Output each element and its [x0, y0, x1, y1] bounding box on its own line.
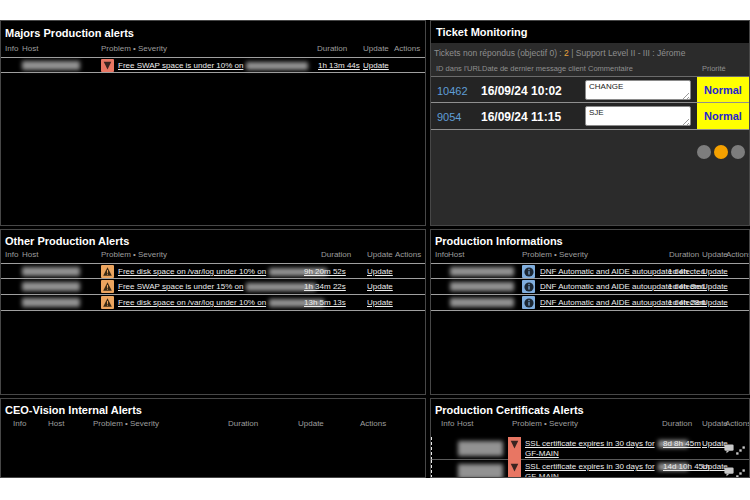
- action-steps-icon[interactable]: [736, 441, 745, 459]
- col-problem: Problem • Severity: [93, 419, 159, 428]
- panel-title: CEO-Vision Internal Alerts: [1, 399, 425, 416]
- subtitle-suffix: | Support Level II - III : Jérome: [569, 48, 686, 58]
- panel-other-production-alerts: Other Production Alerts Info Host Proble…: [0, 229, 426, 395]
- col-comment: Commentaire: [588, 64, 633, 73]
- alert-row: Free disk space on /var/log under 10% on…: [1, 263, 425, 279]
- panel-title: Other Production Alerts: [1, 230, 425, 247]
- comment-textarea[interactable]: CHANGE: [585, 80, 691, 100]
- panel-title: Production Informations: [431, 230, 749, 247]
- pager-dot-active[interactable]: [714, 145, 728, 159]
- panel-title: Majors Production alerts: [1, 21, 425, 39]
- problem-link[interactable]: Free disk space on /var/log under 10% on: [118, 298, 324, 307]
- panel-title: Ticket Monitoring: [431, 21, 749, 38]
- warning-icon: [101, 280, 114, 293]
- redacted-host: [450, 298, 514, 307]
- panel-production-informations: Production Informations Info Host Proble…: [430, 229, 750, 395]
- alert-row: Free disk space on /var/log under 10% on…: [1, 295, 425, 311]
- problem-link-line2[interactable]: GF-MAIN: [525, 449, 559, 458]
- info-icon: [522, 280, 535, 293]
- ticket-row: 9054 16/09/24 11:15 SJE Normal: [431, 103, 749, 130]
- message-icon[interactable]: [724, 440, 734, 458]
- col-update: Update: [702, 250, 728, 259]
- problem-text: Free disk space on /var/log under 10% on: [118, 298, 266, 307]
- update-link[interactable]: Update: [367, 282, 393, 291]
- duration-link[interactable]: 8d 8h 45m: [663, 439, 701, 448]
- ticket-id-link[interactable]: 10462: [437, 85, 468, 97]
- col-problem: Problem • Severity: [101, 250, 167, 259]
- update-link[interactable]: Update: [367, 267, 393, 276]
- ticket-title-band: Ticket Monitoring: [431, 21, 749, 43]
- alert-row: Free SWAP space is under 15% on 1h 34m 2…: [1, 279, 425, 295]
- update-link[interactable]: Update: [702, 267, 728, 276]
- col-host: Host: [48, 419, 64, 428]
- update-link[interactable]: Update: [702, 298, 728, 307]
- ticket-id-link[interactable]: 9054: [437, 111, 461, 123]
- col-actions: Actions: [725, 419, 750, 428]
- ticket-date: 16/09/24 10:02: [481, 84, 562, 98]
- message-icon[interactable]: [724, 463, 734, 478]
- col-info: Info: [13, 419, 26, 428]
- alert-row: SSL certificate expires in 30 days for G…: [431, 437, 749, 460]
- duration-link[interactable]: 1d 4h 8m: [668, 282, 701, 291]
- ticket-subtitle: Tickets non répondus (objectif 0) : 2 | …: [431, 43, 749, 60]
- duration-link[interactable]: 1d 4h: [668, 267, 688, 276]
- redacted-host: [22, 61, 80, 70]
- dashboard-grid: Majors Production alerts Info Host Probl…: [0, 20, 750, 478]
- col-problem: Problem • Severity: [101, 44, 167, 53]
- panel-ticket-monitoring: Ticket Monitoring Tickets non répondus (…: [430, 20, 750, 226]
- redacted-host: [22, 282, 80, 291]
- redacted-host: [450, 282, 514, 291]
- duration-link[interactable]: 13h 5m 13s: [304, 298, 346, 307]
- table-header: Info Host Problem • Severity Duration Up…: [1, 418, 425, 432]
- redacted-host: [458, 441, 503, 456]
- col-duration: Duration: [662, 419, 692, 428]
- pager-dot[interactable]: [697, 145, 711, 159]
- update-link[interactable]: Update: [367, 298, 393, 307]
- problem-link-line2[interactable]: GF-MAIN: [525, 472, 559, 478]
- panel-production-certificats-alerts: Production Certificats Alerts Info Host …: [430, 398, 750, 478]
- col-problem: Problem • Severity: [512, 419, 578, 428]
- col-duration: Duration: [669, 250, 699, 259]
- problem-link[interactable]: Free SWAP space is under 15% on: [118, 282, 316, 291]
- comment-textarea[interactable]: SJE: [585, 106, 691, 126]
- problem-text: Free SWAP space is under 15% on: [118, 282, 243, 291]
- alert-row: DNF Automatic and AIDE autoupdate detect…: [431, 263, 749, 279]
- problem-text: Free SWAP space is under 10% on: [118, 61, 243, 70]
- problem-link[interactable]: Free SWAP space is under 10% on: [118, 61, 308, 70]
- alert-row: DNF Automatic and AIDE autoupdate detect…: [431, 295, 749, 311]
- pager-dot[interactable]: [731, 145, 745, 159]
- duration-link[interactable]: 9h 20m 52s: [304, 267, 346, 276]
- col-priority: Priorité: [702, 64, 726, 73]
- table-header: Info Host Problem • Severity Duration Up…: [1, 249, 425, 263]
- col-update: Update: [367, 250, 393, 259]
- panel-majors-production-alerts: Majors Production alerts Info Host Probl…: [0, 20, 426, 226]
- subtitle-prefix: Tickets non répondus (objectif 0) :: [434, 48, 564, 58]
- cert-rows: SSL certificate expires in 30 days for G…: [431, 437, 749, 478]
- col-ticket-id: ID dans l'URL: [436, 64, 482, 73]
- update-link[interactable]: Update: [702, 282, 728, 291]
- duration-link[interactable]: 1h 13m 44s: [318, 61, 360, 70]
- info-icon: [522, 265, 535, 278]
- redacted-host: [246, 62, 308, 70]
- table-header: Info Host Problem • Severity Duration Up…: [431, 418, 749, 432]
- pager-dots: [697, 145, 745, 159]
- panel-title: Production Certificats Alerts: [431, 399, 749, 416]
- col-actions: Actions: [360, 419, 386, 428]
- problem-link[interactable]: Free disk space on /var/log under 10% on: [118, 267, 327, 276]
- duration-link[interactable]: 1d 4h 28m: [668, 298, 706, 307]
- redacted-host: [458, 464, 503, 478]
- col-host: Host: [457, 419, 473, 428]
- redacted-host: [450, 267, 514, 276]
- col-host: Host: [22, 44, 38, 53]
- col-problem: Problem • Severity: [522, 250, 588, 259]
- update-link[interactable]: Update: [363, 61, 389, 70]
- col-duration: Duration: [321, 250, 351, 259]
- duration-link[interactable]: 1h 34m 22s: [304, 282, 346, 291]
- table-header: Info Host Problem • Severity Duration Up…: [431, 249, 749, 263]
- col-duration: Duration: [228, 419, 258, 428]
- ticket-row: 10462 16/09/24 10:02 CHANGE Normal: [431, 76, 749, 103]
- action-steps-icon[interactable]: [736, 464, 745, 478]
- col-duration: Duration: [317, 44, 347, 53]
- priority-cell: Normal: [697, 77, 749, 102]
- col-date: Date de dernier message client: [482, 64, 586, 73]
